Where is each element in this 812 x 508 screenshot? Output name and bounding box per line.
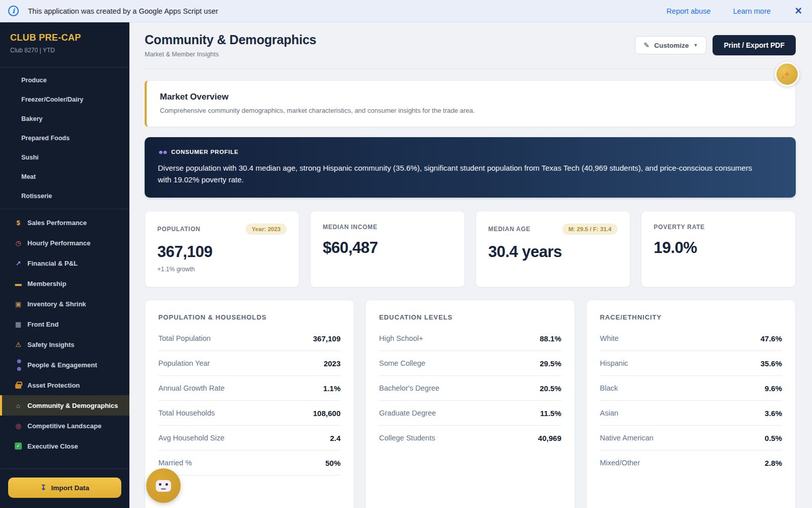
sidebar-item-label: Community & Demographics (27, 402, 118, 409)
market-overview-card: Market Overview Comprehensive community … (145, 80, 796, 127)
club-subtitle: Club 8270 | YTD (10, 47, 119, 54)
page-header: Community & Demographics Market & Member… (145, 22, 796, 69)
sidebar-item-people-engagement[interactable]: ☻☻ People & Engagement (0, 355, 129, 375)
table-row: Native American 0.5% (600, 426, 782, 451)
sidebar-item-prepared-foods[interactable]: Prepared Foods (0, 129, 129, 148)
detail-tables-row: POPULATION & HOUSEHOLDS Total Population… (145, 300, 796, 508)
table-row: Asian 3.6% (600, 401, 782, 426)
row-value: 35.6% (760, 359, 782, 368)
customize-label: Customize (654, 42, 689, 49)
sidebar-item-membership[interactable]: ▬ Membership (0, 273, 129, 294)
sidebar-item-label: Hourly Performance (27, 239, 90, 247)
sidebar-item-financial-pl[interactable]: ↗ Financial & P&L (0, 253, 129, 273)
import-data-button[interactable]: ↧ Import Data (8, 478, 121, 498)
row-label: Black (600, 384, 618, 392)
row-label: College Students (379, 434, 435, 442)
gas-warning-banner: i This application was created by a Goog… (0, 0, 812, 22)
chart-up-icon: ↗ (13, 260, 23, 267)
row-label: Some College (379, 359, 425, 367)
sidebar-item-label: Front End (27, 321, 58, 328)
ai-sparkle-fab[interactable]: ✦ ✧ (775, 62, 799, 86)
sidebar-item-rotisserie[interactable]: Rotisserie (0, 186, 129, 206)
education-levels-table: EDUCATION LEVELS High School+ 88.1% Some… (365, 300, 575, 508)
sidebar-item-safety-insights[interactable]: ⚠ Safety Insights (0, 334, 129, 355)
sidebar-item-label: Safety Insights (27, 341, 74, 348)
sidebar-item-sales-performance[interactable]: $ Sales Performance (0, 212, 129, 233)
sidebar-item-front-end[interactable]: ▦ Front End (0, 314, 129, 334)
stat-card-top: MEDIAN INCOME (323, 224, 452, 231)
sidebar-item-inventory-shrink[interactable]: ▣ Inventory & Shrink (0, 294, 129, 314)
stat-subtext: +1.1% growth (157, 266, 287, 273)
sidebar-item-executive-close[interactable]: ✓ Executive Close (0, 436, 129, 456)
warning-icon: ⚠ (13, 341, 23, 348)
stat-label: MEDIAN AGE (488, 226, 530, 233)
import-data-label: Import Data (51, 484, 89, 492)
import-icon: ↧ (40, 483, 47, 492)
header-actions: ✎ Customize ▼ Print / Export PDF (635, 35, 796, 55)
people-icon: ☻☻ (13, 357, 23, 372)
clock-icon: ◷ (13, 239, 23, 247)
report-abuse-link[interactable]: Report abuse (666, 7, 710, 15)
row-label: Native American (600, 434, 654, 442)
row-value: 29.5% (539, 359, 561, 368)
table-row: Bachelor's Degree 20.5% (379, 376, 561, 401)
table-row: White 47.6% (600, 326, 782, 351)
row-value: 1.1% (323, 384, 341, 393)
year-badge: Year: 2023 (246, 224, 287, 235)
app-title: CLUB PRE-CAP (10, 33, 119, 43)
sidebar-item-produce[interactable]: Produce (0, 71, 129, 90)
table-row: Married % 50% (158, 451, 341, 475)
table-row: Mixed/Other 2.8% (600, 451, 782, 475)
row-value: 11.5% (540, 409, 561, 418)
stat-card-population: POPULATION Year: 2023 367,109 +1.1% grow… (145, 211, 299, 288)
sidebar-item-competitive-landscape[interactable]: ◎ Competitive Landscape (0, 416, 129, 436)
close-icon[interactable]: × (793, 5, 804, 17)
row-value: 88.1% (539, 334, 561, 343)
table-row: Annual Growth Rate 1.1% (158, 376, 341, 401)
market-overview-description: Comprehensive community demographics, ma… (160, 107, 782, 114)
row-label: Graduate Degree (379, 409, 436, 417)
cart-icon: ▦ (13, 321, 23, 328)
sidebar-item-bakery[interactable]: Bakery (0, 109, 129, 129)
robot-icon (156, 480, 171, 492)
stat-label: POPULATION (157, 226, 200, 233)
stat-label: POVERTY RATE (654, 224, 705, 231)
learn-more-link[interactable]: Learn more (733, 7, 770, 15)
sidebar-item-asset-protection[interactable]: Asset Protection (0, 375, 129, 395)
chevron-down-icon: ▼ (693, 43, 698, 48)
row-label: Annual Growth Rate (158, 384, 225, 392)
table-row: College Students 40,969 (379, 426, 561, 450)
sidebar-item-freezer-cooler-dairy[interactable]: Freezer/Cooler/Dairy (0, 90, 129, 109)
print-export-pdf-button[interactable]: Print / Export PDF (713, 35, 796, 55)
row-label: Mixed/Other (600, 459, 640, 467)
sidebar: CLUB PRE-CAP Club 8270 | YTD Produce Fre… (0, 22, 129, 508)
sidebar-item-sushi[interactable]: Sushi (0, 148, 129, 167)
import-data-area: ↧ Import Data (0, 468, 129, 508)
page-subtitle: Market & Member Insights (145, 51, 316, 58)
row-label: White (600, 334, 619, 342)
row-label: Avg Household Size (158, 434, 224, 442)
row-value: 0.5% (765, 434, 782, 442)
race-ethnicity-table: RACE/ETHNICITY White 47.6% Hispanic 35.6… (586, 300, 796, 508)
chat-assistant-fab[interactable] (146, 468, 181, 503)
row-label: Bachelor's Degree (379, 384, 439, 392)
table-title: EDUCATION LEVELS (379, 313, 561, 321)
sidebar-item-community-demographics[interactable]: ⌂ Community & Demographics (0, 395, 129, 416)
row-value: 2.8% (765, 459, 782, 467)
customize-button[interactable]: ✎ Customize ▼ (635, 36, 706, 54)
table-row: Black 9.6% (600, 376, 782, 401)
row-value: 367,109 (313, 334, 341, 343)
sidebar-item-hourly-performance[interactable]: ◷ Hourly Performance (0, 233, 129, 253)
row-value: 9.6% (765, 384, 782, 393)
sidebar-item-label: Membership (27, 280, 66, 288)
sidebar-item-meat[interactable]: Meat (0, 167, 129, 186)
main-content: Community & Demographics Market & Member… (129, 22, 812, 508)
stat-label: MEDIAN INCOME (323, 224, 378, 231)
sidebar-item-label: Financial & P&L (27, 260, 78, 267)
stat-value: $60,487 (323, 239, 452, 257)
sidebar-item-label: People & Engagement (27, 361, 97, 369)
department-nav: Produce Freezer/Cooler/Dairy Bakery Prep… (0, 68, 129, 209)
page-title: Community & Demographics (145, 33, 316, 47)
people-icon: ☻☻ (158, 149, 166, 155)
row-value: 40,969 (538, 434, 561, 442)
